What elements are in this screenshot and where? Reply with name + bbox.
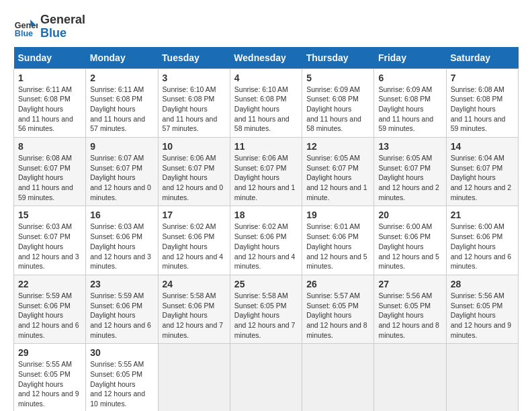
calendar-table: SundayMondayTuesdayWednesdayThursdayFrid… xyxy=(13,47,519,411)
day-number: 21 xyxy=(451,210,514,220)
day-info: Sunrise: 5:58 AM Sunset: 6:05 PM Dayligh… xyxy=(234,291,298,340)
day-info: Sunrise: 6:08 AM Sunset: 6:07 PM Dayligh… xyxy=(18,153,81,202)
calendar-cell: 25 Sunrise: 5:58 AM Sunset: 6:05 PM Dayl… xyxy=(230,275,302,343)
calendar-cell xyxy=(158,344,230,411)
day-number: 8 xyxy=(18,141,81,152)
calendar-cell: 26 Sunrise: 5:57 AM Sunset: 6:05 PM Dayl… xyxy=(302,275,374,343)
day-number: 27 xyxy=(378,279,441,289)
day-info: Sunrise: 6:02 AM Sunset: 6:06 PM Dayligh… xyxy=(234,222,298,271)
calendar-cell: 8 Sunrise: 6:08 AM Sunset: 6:07 PM Dayli… xyxy=(14,138,86,206)
calendar-week-row: 15 Sunrise: 6:03 AM Sunset: 6:07 PM Dayl… xyxy=(14,206,519,275)
day-number: 16 xyxy=(90,210,153,220)
calendar-cell: 13 Sunrise: 6:05 AM Sunset: 6:07 PM Dayl… xyxy=(374,138,446,206)
day-number: 15 xyxy=(18,210,81,220)
day-info: Sunrise: 6:11 AM Sunset: 6:08 PM Dayligh… xyxy=(90,85,153,134)
calendar-cell: 18 Sunrise: 6:02 AM Sunset: 6:06 PM Dayl… xyxy=(230,206,302,275)
day-number: 6 xyxy=(378,73,441,83)
day-info: Sunrise: 5:55 AM Sunset: 6:05 PM Dayligh… xyxy=(18,359,81,408)
day-of-week-header: Sunday xyxy=(14,47,86,69)
day-info: Sunrise: 5:55 AM Sunset: 6:05 PM Dayligh… xyxy=(90,359,153,408)
day-number: 19 xyxy=(306,210,369,220)
day-info: Sunrise: 6:01 AM Sunset: 6:06 PM Dayligh… xyxy=(306,222,369,271)
day-number: 1 xyxy=(18,73,81,83)
calendar-cell: 2 Sunrise: 6:11 AM Sunset: 6:08 PM Dayli… xyxy=(86,68,158,137)
day-number: 22 xyxy=(18,279,81,289)
day-number: 11 xyxy=(234,141,298,152)
calendar-cell: 24 Sunrise: 5:58 AM Sunset: 6:06 PM Dayl… xyxy=(158,275,230,343)
day-of-week-header: Monday xyxy=(86,47,158,69)
day-info: Sunrise: 6:06 AM Sunset: 6:07 PM Dayligh… xyxy=(234,153,298,202)
day-info: Sunrise: 6:00 AM Sunset: 6:06 PM Dayligh… xyxy=(451,222,514,271)
calendar-cell: 28 Sunrise: 5:56 AM Sunset: 6:05 PM Dayl… xyxy=(446,275,518,343)
day-number: 7 xyxy=(451,73,514,83)
day-of-week-header: Tuesday xyxy=(158,47,230,69)
day-number: 13 xyxy=(378,141,441,152)
day-info: Sunrise: 6:07 AM Sunset: 6:07 PM Dayligh… xyxy=(90,153,153,202)
calendar-cell: 20 Sunrise: 6:00 AM Sunset: 6:06 PM Dayl… xyxy=(374,206,446,275)
calendar-cell: 11 Sunrise: 6:06 AM Sunset: 6:07 PM Dayl… xyxy=(230,138,302,206)
day-info: Sunrise: 6:08 AM Sunset: 6:08 PM Dayligh… xyxy=(451,85,514,134)
calendar-cell: 9 Sunrise: 6:07 AM Sunset: 6:07 PM Dayli… xyxy=(86,138,158,206)
day-of-week-header: Friday xyxy=(374,47,446,69)
day-info: Sunrise: 6:11 AM Sunset: 6:08 PM Dayligh… xyxy=(18,85,81,134)
day-info: Sunrise: 6:02 AM Sunset: 6:06 PM Dayligh… xyxy=(163,222,226,271)
calendar-cell: 12 Sunrise: 6:05 AM Sunset: 6:07 PM Dayl… xyxy=(302,138,374,206)
day-number: 23 xyxy=(90,279,153,289)
calendar-cell: 14 Sunrise: 6:04 AM Sunset: 6:07 PM Dayl… xyxy=(446,138,518,206)
day-info: Sunrise: 5:57 AM Sunset: 6:05 PM Dayligh… xyxy=(306,291,369,340)
calendar-week-row: 29 Sunrise: 5:55 AM Sunset: 6:05 PM Dayl… xyxy=(14,344,519,411)
calendar-cell xyxy=(446,344,518,411)
calendar-cell: 15 Sunrise: 6:03 AM Sunset: 6:07 PM Dayl… xyxy=(14,206,86,275)
day-info: Sunrise: 6:10 AM Sunset: 6:08 PM Dayligh… xyxy=(163,85,226,134)
page-header: General Blue General Blue xyxy=(13,13,519,40)
day-info: Sunrise: 6:03 AM Sunset: 6:06 PM Dayligh… xyxy=(90,222,153,271)
calendar-cell: 10 Sunrise: 6:06 AM Sunset: 6:07 PM Dayl… xyxy=(158,138,230,206)
day-info: Sunrise: 6:03 AM Sunset: 6:07 PM Dayligh… xyxy=(18,222,81,271)
calendar-cell: 17 Sunrise: 6:02 AM Sunset: 6:06 PM Dayl… xyxy=(158,206,230,275)
calendar-cell: 16 Sunrise: 6:03 AM Sunset: 6:06 PM Dayl… xyxy=(86,206,158,275)
day-info: Sunrise: 6:05 AM Sunset: 6:07 PM Dayligh… xyxy=(378,153,441,202)
day-of-week-header: Wednesday xyxy=(230,47,302,69)
calendar-cell: 19 Sunrise: 6:01 AM Sunset: 6:06 PM Dayl… xyxy=(302,206,374,275)
calendar-header-row: SundayMondayTuesdayWednesdayThursdayFrid… xyxy=(14,47,519,69)
day-of-week-header: Thursday xyxy=(302,47,374,69)
calendar-cell: 27 Sunrise: 5:56 AM Sunset: 6:05 PM Dayl… xyxy=(374,275,446,343)
day-number: 29 xyxy=(18,347,81,358)
calendar-cell xyxy=(302,344,374,411)
calendar-cell: 29 Sunrise: 5:55 AM Sunset: 6:05 PM Dayl… xyxy=(14,344,86,411)
day-number: 10 xyxy=(163,141,226,152)
day-number: 26 xyxy=(306,279,369,289)
calendar-cell: 3 Sunrise: 6:10 AM Sunset: 6:08 PM Dayli… xyxy=(158,68,230,137)
day-number: 25 xyxy=(234,279,298,289)
calendar-week-row: 22 Sunrise: 5:59 AM Sunset: 6:06 PM Dayl… xyxy=(14,275,519,343)
day-number: 14 xyxy=(451,141,514,152)
calendar-week-row: 8 Sunrise: 6:08 AM Sunset: 6:07 PM Dayli… xyxy=(14,138,519,206)
day-number: 3 xyxy=(163,73,226,83)
day-number: 12 xyxy=(306,141,369,152)
day-info: Sunrise: 6:00 AM Sunset: 6:06 PM Dayligh… xyxy=(378,222,441,271)
day-info: Sunrise: 5:56 AM Sunset: 6:05 PM Dayligh… xyxy=(451,291,514,340)
day-number: 5 xyxy=(306,73,369,83)
day-info: Sunrise: 5:58 AM Sunset: 6:06 PM Dayligh… xyxy=(163,291,226,340)
day-info: Sunrise: 6:06 AM Sunset: 6:07 PM Dayligh… xyxy=(163,153,226,202)
calendar-cell: 23 Sunrise: 5:59 AM Sunset: 6:06 PM Dayl… xyxy=(86,275,158,343)
day-number: 20 xyxy=(378,210,441,220)
day-info: Sunrise: 6:10 AM Sunset: 6:08 PM Dayligh… xyxy=(234,85,298,134)
calendar-cell xyxy=(374,344,446,411)
calendar-cell: 7 Sunrise: 6:08 AM Sunset: 6:08 PM Dayli… xyxy=(446,68,518,137)
day-number: 18 xyxy=(234,210,298,220)
calendar-cell: 1 Sunrise: 6:11 AM Sunset: 6:08 PM Dayli… xyxy=(14,68,86,137)
day-info: Sunrise: 6:09 AM Sunset: 6:08 PM Dayligh… xyxy=(306,85,369,134)
day-number: 2 xyxy=(90,73,153,83)
calendar-week-row: 1 Sunrise: 6:11 AM Sunset: 6:08 PM Dayli… xyxy=(14,68,519,137)
day-info: Sunrise: 5:56 AM Sunset: 6:05 PM Dayligh… xyxy=(378,291,441,340)
day-number: 30 xyxy=(90,347,153,358)
calendar-cell: 5 Sunrise: 6:09 AM Sunset: 6:08 PM Dayli… xyxy=(302,68,374,137)
day-info: Sunrise: 6:05 AM Sunset: 6:07 PM Dayligh… xyxy=(306,153,369,202)
day-number: 17 xyxy=(163,210,226,220)
day-info: Sunrise: 6:09 AM Sunset: 6:08 PM Dayligh… xyxy=(378,85,441,134)
calendar-cell: 30 Sunrise: 5:55 AM Sunset: 6:05 PM Dayl… xyxy=(86,344,158,411)
day-number: 28 xyxy=(451,279,514,289)
calendar-cell: 6 Sunrise: 6:09 AM Sunset: 6:08 PM Dayli… xyxy=(374,68,446,137)
day-number: 9 xyxy=(90,141,153,152)
